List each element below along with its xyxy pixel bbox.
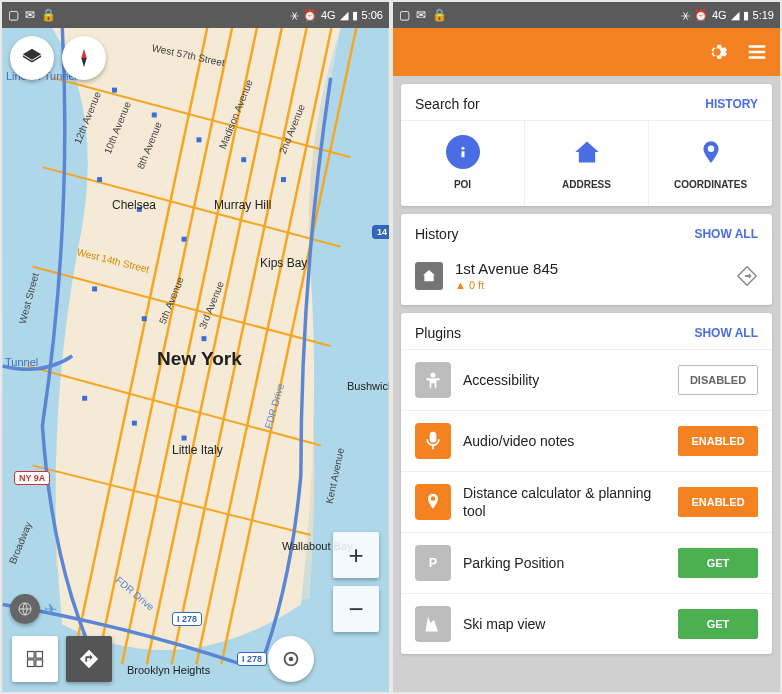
hamburger-icon[interactable]	[746, 41, 768, 63]
home-icon	[570, 135, 604, 169]
plugin-row: Audio/video notes ENABLED	[401, 410, 772, 471]
battery-icon: ▮	[743, 9, 749, 22]
globe-icon[interactable]	[10, 594, 40, 624]
plugin-row: P Parking Position GET	[401, 532, 772, 593]
plugin-row: Accessibility DISABLED	[401, 349, 772, 410]
plugin-title: Ski map view	[463, 615, 666, 633]
map-streets-svg	[2, 28, 389, 692]
phone-right-menu: ▢ ✉ 🔒 ⚹ ⏰ 4G ◢ ▮ 5:19 Search for HISTORY	[393, 2, 780, 692]
svg-rect-19	[182, 237, 187, 242]
shield-i278b: I 278	[237, 652, 267, 666]
lock-icon: 🔒	[41, 8, 56, 22]
lock-icon: 🔒	[432, 8, 447, 22]
plugins-card: Plugins SHOW ALL Accessibility DISABLED …	[401, 313, 772, 654]
plugin-title: Parking Position	[463, 554, 666, 572]
image-icon: ▢	[8, 8, 19, 22]
plugin-icon	[415, 362, 451, 398]
clock: 5:19	[753, 9, 774, 21]
plugin-state-button[interactable]: GET	[678, 548, 758, 578]
plugin-icon	[415, 484, 451, 520]
svg-rect-34	[461, 151, 464, 157]
mail-icon: ✉	[25, 8, 35, 22]
map-canvas[interactable]: New York Chelsea Murray Hill Kips Bay Li…	[2, 28, 389, 692]
home-small-icon	[415, 262, 443, 290]
search-poi[interactable]: POI	[401, 121, 524, 206]
plugin-icon: P	[415, 545, 451, 581]
address-label: ADDRESS	[562, 179, 611, 190]
pin-icon	[694, 135, 728, 169]
signal-icon: ◢	[340, 9, 348, 22]
plugin-state-button[interactable]: GET	[678, 609, 758, 639]
search-title: Search for	[415, 96, 480, 112]
plugin-state-button[interactable]: ENABLED	[678, 487, 758, 517]
status-bar: ▢ ✉ 🔒 ⚹ ⏰ 4G ◢ ▮ 5:19	[393, 2, 780, 28]
svg-rect-12	[112, 88, 117, 93]
image-icon: ▢	[399, 8, 410, 22]
plugin-row: Distance calculator & planning tool ENAB…	[401, 471, 772, 532]
svg-rect-15	[241, 157, 246, 162]
network-label: 4G	[321, 9, 336, 21]
grid-button[interactable]	[12, 636, 58, 682]
alarm-icon: ⏰	[694, 9, 708, 22]
plugin-state-button[interactable]: ENABLED	[678, 426, 758, 456]
directions-icon[interactable]	[736, 265, 758, 287]
mail-icon: ✉	[416, 8, 426, 22]
bluetooth-icon: ⚹	[681, 9, 690, 22]
layers-button[interactable]	[10, 36, 54, 80]
search-address[interactable]: ADDRESS	[524, 121, 648, 206]
signal-icon: ◢	[731, 9, 739, 22]
plugin-title: Audio/video notes	[463, 432, 666, 450]
svg-rect-18	[137, 207, 142, 212]
content-scroll[interactable]: Search for HISTORY POI ADDRESS COORDINAT…	[393, 76, 780, 692]
history-item-distance: ▲ 0 ft	[455, 279, 724, 291]
svg-rect-28	[28, 652, 35, 659]
plugin-title: Distance calculator & planning tool	[463, 484, 666, 520]
app-bar	[393, 28, 780, 76]
history-link[interactable]: HISTORY	[705, 97, 758, 111]
coord-label: COORDINATES	[674, 179, 747, 190]
plugin-title: Accessibility	[463, 371, 666, 389]
status-bar: ▢ ✉ 🔒 ⚹ ⏰ 4G ◢ ▮ 5:06	[2, 2, 389, 28]
clock: 5:06	[362, 9, 383, 21]
search-card: Search for HISTORY POI ADDRESS COORDINAT…	[401, 84, 772, 206]
shield-i278a: I 278	[172, 612, 202, 626]
locate-button[interactable]	[268, 636, 314, 682]
plugin-row: Ski map view GET	[401, 593, 772, 654]
svg-rect-25	[182, 436, 187, 441]
svg-rect-23	[82, 396, 87, 401]
history-title: History	[415, 226, 459, 242]
svg-rect-14	[196, 137, 201, 142]
history-card: History SHOW ALL 1st Avenue 845 ▲ 0 ft	[401, 214, 772, 305]
svg-rect-16	[281, 177, 286, 182]
showall-history-link[interactable]: SHOW ALL	[694, 227, 758, 241]
alarm-icon: ⏰	[303, 9, 317, 22]
zoom-out-button[interactable]: −	[333, 586, 379, 632]
directions-button[interactable]	[66, 636, 112, 682]
showall-plugins-link[interactable]: SHOW ALL	[694, 326, 758, 340]
settings-icon[interactable]	[706, 41, 728, 63]
bluetooth-icon: ⚹	[290, 9, 299, 22]
compass-button[interactable]	[62, 36, 106, 80]
svg-text:P: P	[429, 557, 437, 571]
shield-14: 14	[372, 225, 389, 239]
search-coordinates[interactable]: COORDINATES	[648, 121, 772, 206]
shield-ny9a: NY 9A	[14, 471, 50, 485]
poi-label: POI	[454, 179, 471, 190]
history-item-title: 1st Avenue 845	[455, 260, 724, 277]
plugin-icon	[415, 606, 451, 642]
plugin-icon	[415, 423, 451, 459]
svg-rect-20	[92, 286, 97, 291]
info-icon	[446, 135, 480, 169]
svg-rect-22	[201, 336, 206, 341]
history-item[interactable]: 1st Avenue 845 ▲ 0 ft	[401, 250, 772, 305]
zoom-in-button[interactable]: +	[333, 532, 379, 578]
svg-rect-30	[28, 660, 35, 667]
svg-rect-13	[152, 112, 157, 117]
plugin-state-button[interactable]: DISABLED	[678, 365, 758, 395]
svg-point-27	[289, 657, 294, 662]
svg-rect-24	[132, 421, 137, 426]
svg-rect-17	[97, 177, 102, 182]
phone-left-map: ▢ ✉ 🔒 ⚹ ⏰ 4G ◢ ▮ 5:06	[2, 2, 389, 692]
svg-rect-29	[36, 652, 43, 659]
battery-icon: ▮	[352, 9, 358, 22]
